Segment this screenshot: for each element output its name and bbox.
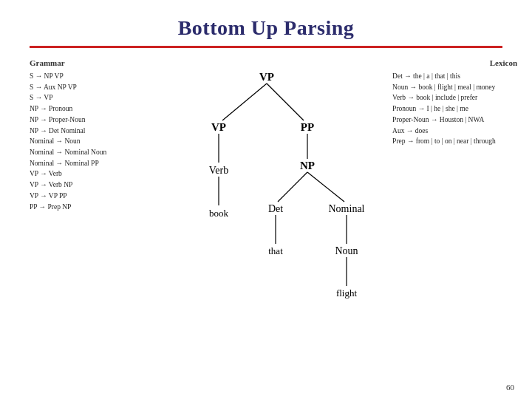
lexicon-entries: Det → the | a | that | this Noun → book … xyxy=(392,71,517,147)
svg-text:Verb: Verb xyxy=(209,165,228,176)
page-number: 60 xyxy=(506,383,514,392)
svg-text:Nominal: Nominal xyxy=(329,203,365,214)
grammar-heading: Grammar xyxy=(30,58,141,67)
lexicon-section: Lexicon Det → the | a | that | this Noun… xyxy=(392,55,525,329)
tree-svg: VP VP PP Verb book NP xyxy=(141,63,392,329)
title-underline xyxy=(30,46,502,48)
lexicon-heading: Lexicon xyxy=(392,58,517,67)
svg-text:Noun: Noun xyxy=(335,245,358,256)
svg-text:VP: VP xyxy=(211,121,226,133)
svg-text:that: that xyxy=(268,245,283,256)
svg-line-11 xyxy=(278,172,307,202)
grammar-rules: S → NP VP S → Aux NP VP S → VP NP → Pron… xyxy=(30,71,141,212)
svg-text:Det: Det xyxy=(268,203,283,214)
parse-tree: VP VP PP Verb book NP xyxy=(141,55,392,329)
svg-text:VP: VP xyxy=(259,71,274,83)
svg-text:book: book xyxy=(209,208,229,219)
svg-text:NP: NP xyxy=(300,160,315,171)
grammar-section: Grammar S → NP VP S → Aux NP VP S → VP N… xyxy=(7,55,141,329)
svg-text:flight: flight xyxy=(336,287,358,299)
page-title: Bottom Up Parsing xyxy=(0,0,532,46)
svg-text:PP: PP xyxy=(301,121,314,133)
svg-line-1 xyxy=(222,83,267,120)
svg-line-12 xyxy=(307,172,344,202)
svg-line-2 xyxy=(267,83,304,120)
